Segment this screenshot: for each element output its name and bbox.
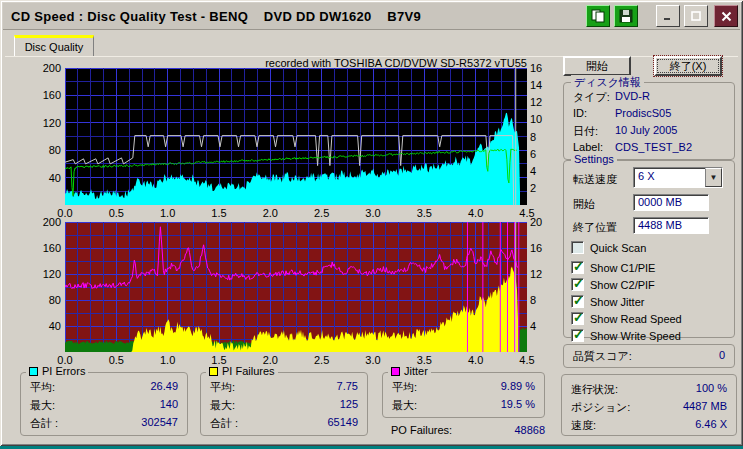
checkbox-box[interactable] — [571, 261, 584, 274]
avg-label: 平均: — [392, 380, 417, 395]
start-button[interactable]: 開始 — [563, 56, 631, 76]
axis-tick-label: 16 — [530, 62, 554, 74]
disc-info-group: ディスク情報 タイプ:DVD-R ID:ProdiscS05 日付:10 Jul… — [563, 82, 735, 160]
checkbox-show-read-speed[interactable]: Show Read Speed — [571, 312, 682, 325]
checkbox-box[interactable] — [571, 278, 584, 291]
minimize-button[interactable] — [656, 5, 680, 27]
axis-tick-label: 2.5 — [306, 354, 338, 366]
pi-failures-title: PI Failures — [222, 365, 275, 377]
axis-tick-label: 14 — [530, 79, 554, 91]
disc-info-title: ディスク情報 — [571, 75, 644, 90]
axis-tick-label: 120 — [19, 117, 61, 129]
max-label: 最大: — [210, 398, 235, 413]
save-icon[interactable] — [614, 5, 638, 27]
axis-tick-label: 160 — [19, 89, 61, 101]
close-button[interactable] — [714, 5, 738, 27]
axis-tick-label: 200 — [19, 62, 61, 74]
checkbox-quick-scan[interactable]: Quick Scan — [571, 241, 646, 254]
copy-icon[interactable] — [586, 5, 610, 27]
checkbox-show-jitter[interactable]: Show Jitter — [571, 295, 644, 308]
axis-tick-label: 1.5 — [203, 207, 235, 219]
axis-tick-label: 12 — [530, 96, 554, 108]
start-pos-field[interactable]: 0000 MB — [633, 194, 709, 211]
speed-combo-value: 6 X — [634, 168, 705, 187]
axis-tick-label: 8 — [530, 294, 554, 306]
max-label: 最大: — [30, 398, 55, 413]
end-pos-field[interactable]: 4488 MB — [633, 217, 709, 234]
legend-jitter: Jitter 平均:9.89 % 最大:19.5 % — [382, 372, 545, 418]
total-label: 合計 : — [30, 416, 58, 431]
legend-pi-errors: PI Errors 平均:26.49 最大:140 合計 :302547 — [20, 372, 188, 436]
checkbox-box[interactable] — [571, 295, 584, 308]
axis-tick-label: 6 — [530, 148, 554, 160]
axis-tick-label: 0.5 — [100, 354, 132, 366]
id-label: ID: — [573, 107, 615, 119]
jitter-swatch — [391, 367, 400, 376]
maximize-button[interactable] — [684, 5, 708, 27]
axis-tick-label: 8 — [530, 131, 554, 143]
axis-tick-label: 40 — [19, 172, 61, 184]
axis-tick-label: 4 — [530, 320, 554, 332]
avg-value: 9.89 % — [501, 380, 535, 395]
axis-tick-label: 1.0 — [152, 354, 184, 366]
speed-label: 速度: — [571, 418, 596, 433]
type-value: DVD-R — [615, 90, 650, 105]
pi-errors-title: PI Errors — [42, 365, 85, 377]
axis-tick-label: 80 — [19, 294, 61, 306]
axis-tick-label: 4.5 — [511, 354, 543, 366]
id-value: ProdiscS05 — [615, 107, 671, 119]
axis-tick-label: 4.0 — [460, 207, 492, 219]
tab-disc-quality[interactable]: Disc Quality — [14, 35, 94, 56]
label-label: Label: — [573, 141, 615, 153]
avg-label: 平均: — [30, 380, 55, 395]
checkbox-label: Show Read Speed — [590, 313, 682, 325]
axis-tick-label: 2.0 — [254, 207, 286, 219]
maximize-icon — [691, 11, 701, 21]
speed-combo[interactable]: 6 X ▼ — [633, 167, 723, 188]
checkbox-show-c2-pif[interactable]: Show C2/PIF — [571, 278, 655, 291]
progress-group: 進行状況:100 % ポジション:4487 MB 速度:6.46 X — [561, 374, 737, 436]
quality-score-value: 0 — [719, 349, 725, 364]
axis-tick-label: 40 — [19, 320, 61, 332]
settings-group: Settings 転送速度 6 X ▼ 開始 0000 MB 終了位置 4488… — [563, 160, 735, 338]
po-failures-row: PO Failures: 48868 — [391, 424, 545, 436]
checkbox-box[interactable] — [571, 329, 584, 342]
checkbox-box[interactable] — [571, 241, 584, 254]
progress-value: 100 % — [696, 382, 727, 397]
axis-tick-label: 0.0 — [49, 207, 81, 219]
checkbox-box[interactable] — [571, 312, 584, 325]
title-bar[interactable]: CD Speed : Disc Quality Test - BENQ DVD … — [3, 3, 740, 30]
checkbox-show-write-speed[interactable]: Show Write Speed — [571, 329, 681, 342]
speed-value: 6.46 X — [695, 418, 727, 433]
type-label: タイプ: — [573, 90, 615, 105]
axis-tick-label: 160 — [19, 242, 61, 254]
checkbox-label: Show Jitter — [590, 296, 644, 308]
avg-value: 7.75 — [337, 380, 358, 395]
axis-tick-label: 2 — [530, 182, 554, 194]
checkbox-label: Show C2/PIF — [590, 279, 655, 291]
pi-errors-swatch — [29, 367, 38, 376]
total-value: 302547 — [141, 416, 178, 431]
chevron-down-icon[interactable]: ▼ — [705, 168, 722, 187]
axis-tick-label: 4.5 — [511, 207, 543, 219]
axis-tick-label: 12 — [530, 268, 554, 280]
label-value: CDS_TEST_B2 — [615, 141, 692, 153]
po-failures-value: 48868 — [514, 424, 545, 436]
exit-button[interactable]: 終了(X) — [654, 56, 722, 76]
axis-tick-label: 4 — [530, 165, 554, 177]
speed-label: 転送速度 — [573, 172, 617, 187]
quality-score-label: 品質スコア: — [573, 349, 632, 364]
po-failures-label: PO Failures: — [391, 424, 452, 436]
checkbox-show-c1-pie[interactable]: Show C1/PIE — [571, 261, 655, 274]
axis-tick-label: 80 — [19, 144, 61, 156]
tab-label: Disc Quality — [25, 41, 84, 53]
avg-value: 26.49 — [150, 380, 178, 395]
cd-speed-window: CD Speed : Disc Quality Test - BENQ DVD … — [0, 0, 743, 446]
start-pos-label: 開始 — [573, 197, 595, 212]
max-label: 最大: — [392, 398, 417, 413]
total-value: 65149 — [327, 416, 358, 431]
recorded-with-label: recorded with TOSHIBA CD/DVDW SD-R5372 v… — [200, 57, 527, 69]
checkbox-label: Quick Scan — [590, 242, 646, 254]
settings-title: Settings — [571, 153, 617, 165]
axis-tick-label: 200 — [19, 216, 61, 228]
